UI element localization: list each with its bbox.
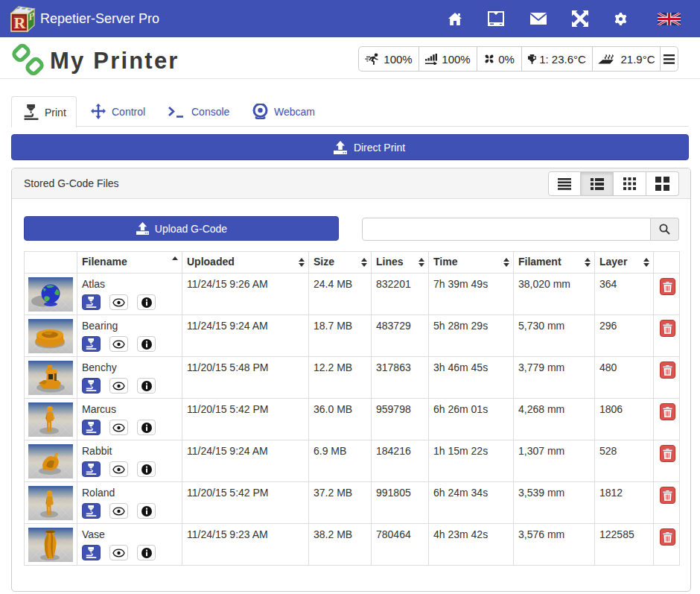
svg-text:R: R xyxy=(14,13,27,32)
